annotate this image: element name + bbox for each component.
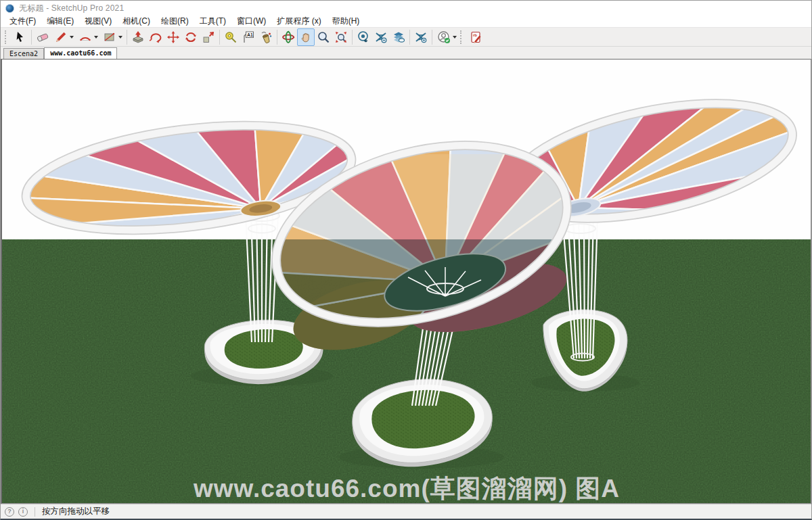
- menu-draw[interactable]: 绘图(R): [156, 16, 194, 27]
- tool-warehouse-download[interactable]: [355, 28, 372, 46]
- svg-text:A1: A1: [247, 32, 253, 37]
- menu-tools[interactable]: 工具(T): [194, 16, 231, 27]
- tool-rotate[interactable]: [182, 28, 200, 46]
- warehouse-download-icon: [357, 30, 370, 44]
- tool-arc[interactable]: [76, 28, 100, 46]
- arc-icon: [78, 30, 92, 44]
- paint-bucket-icon: [259, 30, 273, 44]
- select-icon: [14, 30, 27, 44]
- tool-rectangle[interactable]: [100, 28, 125, 46]
- menu-camera[interactable]: 相机(C): [117, 16, 156, 27]
- status-hint: 按方向拖动以平移: [42, 506, 110, 517]
- scene-tab-caotu66[interactable]: www.caotu66.com: [44, 47, 117, 59]
- window-title: 无标题 - SketchUp Pro 2021: [19, 3, 124, 14]
- followme-icon: [149, 30, 162, 44]
- scene-tab-bar: Escena2 www.caotu66.com: [1, 47, 811, 59]
- tool-swap-badge[interactable]: [372, 28, 390, 46]
- ruby-notepad-icon: rb: [469, 30, 482, 44]
- scene-tab-escena2[interactable]: Escena2: [3, 48, 44, 59]
- line-dropdown-caret[interactable]: [70, 36, 74, 39]
- status-separator: [35, 507, 35, 517]
- tool-zoom[interactable]: [315, 28, 332, 46]
- info-circle-icon[interactable]: i: [18, 507, 28, 517]
- tool-paint-bucket[interactable]: [257, 28, 275, 46]
- watermark: www.caotu66.com(草图溜溜网) 图A: [193, 475, 620, 502]
- tool-pushpull[interactable]: [129, 28, 147, 46]
- tool-text[interactable]: A1: [240, 28, 257, 46]
- tool-eraser[interactable]: [34, 28, 51, 46]
- account-icon: [437, 30, 451, 44]
- menu-view[interactable]: 视图(V): [79, 16, 117, 27]
- tool-swap-gear[interactable]: [412, 28, 430, 46]
- toolbar-grip[interactable]: [5, 30, 9, 44]
- zoom-extents-icon: [334, 30, 348, 44]
- sketchup-logo-icon: [5, 4, 14, 13]
- tool-zoom-extents[interactable]: [332, 28, 350, 46]
- tool-layers-cloud[interactable]: [390, 28, 407, 46]
- toolbar-grip-2[interactable]: [460, 30, 464, 44]
- layers-cloud-icon: [392, 30, 405, 44]
- status-bar: ? i 按方向拖动以平移: [1, 504, 811, 519]
- move-icon: [166, 30, 180, 44]
- toolbar: A1: [1, 27, 811, 47]
- tool-followme[interactable]: [147, 28, 164, 46]
- rectangle-icon: [103, 30, 116, 44]
- arc-dropdown-caret[interactable]: [94, 36, 98, 39]
- menu-window[interactable]: 窗口(W): [231, 16, 271, 27]
- menu-help[interactable]: 帮助(H): [327, 16, 365, 27]
- tool-scale[interactable]: [200, 28, 217, 46]
- tape-measure-icon: [224, 30, 238, 44]
- menu-file[interactable]: 文件(F): [4, 16, 41, 27]
- menu-edit[interactable]: 编辑(E): [41, 16, 79, 27]
- menu-extensions[interactable]: 扩展程序 (x): [271, 16, 326, 27]
- account-button[interactable]: [434, 28, 459, 46]
- scale-icon: [202, 30, 215, 44]
- tool-select[interactable]: [12, 28, 29, 46]
- pan-icon: [299, 30, 313, 44]
- swap-badge-icon: [374, 30, 388, 44]
- account-dropdown-caret[interactable]: [453, 36, 457, 39]
- tool-line[interactable]: [51, 28, 76, 46]
- svg-text:rb: rb: [473, 33, 477, 37]
- line-icon: [54, 30, 68, 44]
- tool-tape-measure[interactable]: [222, 28, 240, 46]
- pushpull-icon: [131, 30, 145, 44]
- tool-pan[interactable]: [297, 28, 315, 46]
- tool-ruby-notepad[interactable]: rb: [467, 28, 484, 46]
- tool-orbit[interactable]: [279, 28, 297, 46]
- title-bar: 无标题 - SketchUp Pro 2021: [1, 1, 811, 16]
- swap-gear-icon: [414, 30, 428, 44]
- help-circle-icon[interactable]: ?: [5, 507, 14, 517]
- eraser-icon: [36, 30, 49, 44]
- tool-move[interactable]: [164, 28, 182, 46]
- menu-bar: 文件(F) 编辑(E) 视图(V) 相机(C) 绘图(R) 工具(T) 窗口(W…: [1, 16, 811, 27]
- orbit-icon: [281, 30, 295, 44]
- sketchup-window: 无标题 - SketchUp Pro 2021 文件(F) 编辑(E) 视图(V…: [0, 0, 812, 520]
- text-icon: A1: [242, 30, 255, 44]
- rectangle-dropdown-caret[interactable]: [118, 36, 122, 39]
- model-viewport[interactable]: www.caotu66.com(草图溜溜网) 图A: [1, 59, 811, 504]
- model-scene: www.caotu66.com(草图溜溜网) 图A: [2, 60, 811, 503]
- rotate-icon: [184, 30, 198, 44]
- zoom-icon: [317, 30, 330, 44]
